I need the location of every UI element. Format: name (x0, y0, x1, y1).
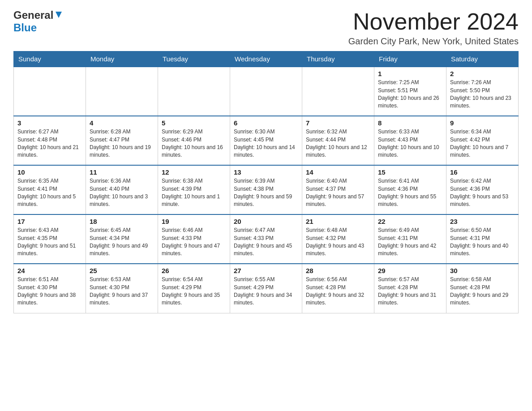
day-info: Sunrise: 6:39 AM Sunset: 4:38 PM Dayligh… (234, 177, 298, 209)
table-row: 4Sunrise: 6:28 AM Sunset: 4:47 PM Daylig… (86, 116, 158, 165)
day-number: 1 (378, 70, 442, 77)
day-info: Sunrise: 6:40 AM Sunset: 4:37 PM Dayligh… (306, 177, 370, 209)
day-number: 11 (90, 168, 154, 176)
day-info: Sunrise: 6:56 AM Sunset: 4:28 PM Dayligh… (306, 276, 370, 307)
day-info: Sunrise: 6:57 AM Sunset: 4:28 PM Dayligh… (378, 276, 442, 307)
day-info: Sunrise: 6:55 AM Sunset: 4:29 PM Dayligh… (234, 276, 298, 307)
day-number: 28 (306, 267, 370, 274)
location-title: Garden City Park, New York, United State… (348, 36, 519, 47)
day-number: 19 (162, 218, 226, 225)
day-number: 22 (378, 218, 442, 225)
table-row (86, 67, 158, 116)
day-number: 16 (450, 168, 515, 176)
header-tuesday: Tuesday (158, 51, 230, 67)
logo-blue-text: Blue (13, 21, 37, 34)
day-number: 5 (162, 119, 226, 127)
day-info: Sunrise: 6:41 AM Sunset: 4:36 PM Dayligh… (378, 177, 442, 209)
day-info: Sunrise: 6:53 AM Sunset: 4:30 PM Dayligh… (90, 276, 154, 307)
table-row (302, 67, 374, 116)
day-info: Sunrise: 6:28 AM Sunset: 4:47 PM Dayligh… (90, 128, 154, 159)
day-info: Sunrise: 7:25 AM Sunset: 5:51 PM Dayligh… (378, 79, 442, 110)
day-number: 21 (306, 218, 370, 225)
page-header: General Blue November 2024 Garden City P… (13, 9, 519, 47)
table-row: 21Sunrise: 6:48 AM Sunset: 4:32 PM Dayli… (302, 214, 374, 264)
header-friday: Friday (374, 51, 446, 67)
table-row: 13Sunrise: 6:39 AM Sunset: 4:38 PM Dayli… (230, 165, 302, 214)
week-row-2: 3Sunrise: 6:27 AM Sunset: 4:48 PM Daylig… (14, 116, 519, 165)
table-row: 7Sunrise: 6:32 AM Sunset: 4:44 PM Daylig… (302, 116, 374, 165)
day-number: 27 (234, 267, 298, 274)
week-row-1: 1Sunrise: 7:25 AM Sunset: 5:51 PM Daylig… (14, 67, 519, 116)
day-info: Sunrise: 6:35 AM Sunset: 4:41 PM Dayligh… (17, 177, 82, 209)
table-row: 14Sunrise: 6:40 AM Sunset: 4:37 PM Dayli… (302, 165, 374, 214)
day-number: 30 (450, 267, 515, 274)
table-row: 2Sunrise: 7:26 AM Sunset: 5:50 PM Daylig… (446, 67, 519, 116)
day-number: 18 (90, 218, 154, 225)
table-row: 17Sunrise: 6:43 AM Sunset: 4:35 PM Dayli… (14, 214, 86, 264)
table-row: 8Sunrise: 6:33 AM Sunset: 4:43 PM Daylig… (374, 116, 446, 165)
calendar-table: Sunday Monday Tuesday Wednesday Thursday… (13, 51, 519, 313)
day-info: Sunrise: 6:50 AM Sunset: 4:31 PM Dayligh… (450, 227, 515, 258)
day-number: 26 (162, 267, 226, 274)
day-info: Sunrise: 6:46 AM Sunset: 4:33 PM Dayligh… (162, 227, 226, 258)
table-row: 27Sunrise: 6:55 AM Sunset: 4:29 PM Dayli… (230, 264, 302, 313)
day-number: 9 (450, 119, 515, 127)
day-number: 4 (90, 119, 154, 127)
table-row: 26Sunrise: 6:54 AM Sunset: 4:29 PM Dayli… (158, 264, 230, 313)
day-info: Sunrise: 6:47 AM Sunset: 4:33 PM Dayligh… (234, 227, 298, 258)
logo-arrow-icon (55, 11, 63, 21)
day-info: Sunrise: 6:43 AM Sunset: 4:35 PM Dayligh… (17, 227, 82, 258)
week-row-5: 24Sunrise: 6:51 AM Sunset: 4:30 PM Dayli… (14, 264, 519, 313)
week-row-4: 17Sunrise: 6:43 AM Sunset: 4:35 PM Dayli… (14, 214, 519, 264)
table-row: 15Sunrise: 6:41 AM Sunset: 4:36 PM Dayli… (374, 165, 446, 214)
day-info: Sunrise: 6:33 AM Sunset: 4:43 PM Dayligh… (378, 128, 442, 159)
table-row (14, 67, 86, 116)
table-row: 20Sunrise: 6:47 AM Sunset: 4:33 PM Dayli… (230, 214, 302, 264)
table-row: 10Sunrise: 6:35 AM Sunset: 4:41 PM Dayli… (14, 165, 86, 214)
day-info: Sunrise: 6:45 AM Sunset: 4:34 PM Dayligh… (90, 227, 154, 258)
header-monday: Monday (86, 51, 158, 67)
day-info: Sunrise: 6:27 AM Sunset: 4:48 PM Dayligh… (17, 128, 82, 159)
logo-general-text: General (13, 9, 53, 21)
day-info: Sunrise: 6:34 AM Sunset: 4:42 PM Dayligh… (450, 128, 515, 159)
table-row: 19Sunrise: 6:46 AM Sunset: 4:33 PM Dayli… (158, 214, 230, 264)
day-info: Sunrise: 6:29 AM Sunset: 4:46 PM Dayligh… (162, 128, 226, 159)
day-number: 17 (17, 218, 82, 225)
table-row: 1Sunrise: 7:25 AM Sunset: 5:51 PM Daylig… (374, 67, 446, 116)
header-wednesday: Wednesday (230, 51, 302, 67)
table-row: 3Sunrise: 6:27 AM Sunset: 4:48 PM Daylig… (14, 116, 86, 165)
day-info: Sunrise: 6:58 AM Sunset: 4:28 PM Dayligh… (450, 276, 515, 307)
day-number: 14 (306, 168, 370, 176)
day-number: 20 (234, 218, 298, 225)
day-info: Sunrise: 6:32 AM Sunset: 4:44 PM Dayligh… (306, 128, 370, 159)
table-row: 25Sunrise: 6:53 AM Sunset: 4:30 PM Dayli… (86, 264, 158, 313)
day-number: 29 (378, 267, 442, 274)
weekday-header-row: Sunday Monday Tuesday Wednesday Thursday… (14, 51, 519, 67)
table-row: 11Sunrise: 6:36 AM Sunset: 4:40 PM Dayli… (86, 165, 158, 214)
logo: General Blue (13, 9, 63, 34)
header-sunday: Sunday (14, 51, 86, 67)
day-number: 13 (234, 168, 298, 176)
day-info: Sunrise: 6:51 AM Sunset: 4:30 PM Dayligh… (17, 276, 82, 307)
header-thursday: Thursday (302, 51, 374, 67)
table-row: 6Sunrise: 6:30 AM Sunset: 4:45 PM Daylig… (230, 116, 302, 165)
table-row (230, 67, 302, 116)
table-row: 12Sunrise: 6:38 AM Sunset: 4:39 PM Dayli… (158, 165, 230, 214)
table-row: 23Sunrise: 6:50 AM Sunset: 4:31 PM Dayli… (446, 214, 519, 264)
day-number: 3 (17, 119, 82, 127)
day-number: 12 (162, 168, 226, 176)
day-info: Sunrise: 6:49 AM Sunset: 4:31 PM Dayligh… (378, 227, 442, 258)
header-saturday: Saturday (446, 51, 519, 67)
table-row: 30Sunrise: 6:58 AM Sunset: 4:28 PM Dayli… (446, 264, 519, 313)
table-row: 9Sunrise: 6:34 AM Sunset: 4:42 PM Daylig… (446, 116, 519, 165)
week-row-3: 10Sunrise: 6:35 AM Sunset: 4:41 PM Dayli… (14, 165, 519, 214)
day-info: Sunrise: 6:54 AM Sunset: 4:29 PM Dayligh… (162, 276, 226, 307)
day-number: 23 (450, 218, 515, 225)
day-number: 24 (17, 267, 82, 274)
day-info: Sunrise: 6:36 AM Sunset: 4:40 PM Dayligh… (90, 177, 154, 209)
svg-marker-0 (56, 12, 62, 18)
day-number: 10 (17, 168, 82, 176)
title-area: November 2024 Garden City Park, New York… (348, 9, 519, 47)
day-number: 15 (378, 168, 442, 176)
table-row (158, 67, 230, 116)
